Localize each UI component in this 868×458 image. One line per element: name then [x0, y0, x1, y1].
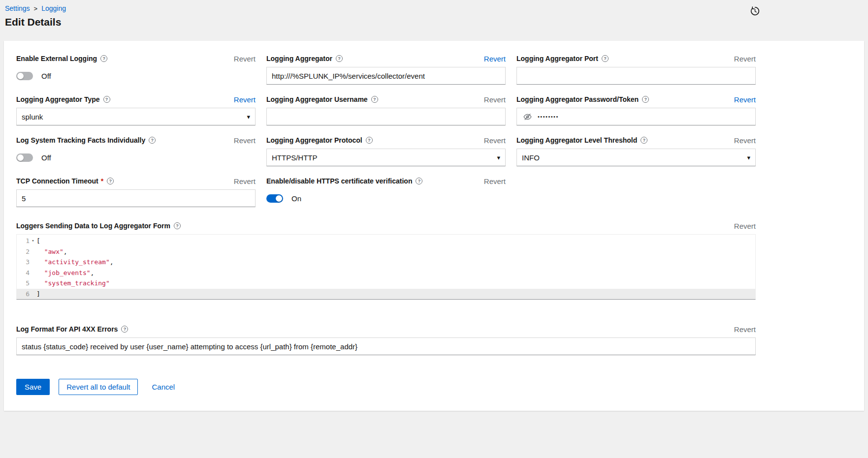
fold-caret-icon[interactable]: ▾ — [30, 236, 36, 246]
logging-aggregator-password-field: •••••••• — [516, 108, 756, 125]
chevron-down-icon: ▾ — [497, 154, 500, 161]
field-label: Log System Tracking Facts Individually — [16, 136, 145, 144]
help-icon[interactable]: ? — [416, 178, 422, 184]
toggle-state-label: On — [291, 194, 301, 203]
history-icon — [750, 6, 760, 16]
revert-button[interactable]: Revert — [734, 95, 756, 104]
eye-slash-icon — [523, 113, 532, 121]
help-icon[interactable]: ? — [103, 96, 110, 103]
revert-button[interactable]: Revert — [734, 55, 756, 63]
field-logging-aggregator-level-threshold: Logging Aggregator Level Threshold ? Rev… — [516, 135, 756, 166]
code-line: 2 "awx", — [17, 246, 755, 257]
password-reveal-button[interactable] — [517, 108, 538, 125]
revert-button[interactable]: Revert — [484, 177, 506, 185]
select-value: splunk — [22, 113, 43, 121]
enable-external-logging-toggle[interactable] — [16, 72, 33, 80]
breadcrumb: Settings > Logging — [5, 4, 862, 12]
help-icon[interactable]: ? — [602, 55, 609, 62]
field-label: Enable/disable HTTPS certificate verific… — [266, 177, 412, 185]
code-line-active: 6 ] — [17, 289, 755, 300]
help-icon[interactable]: ? — [336, 55, 343, 62]
log-format-api-4xx-input[interactable] — [16, 337, 756, 355]
logging-aggregator-port-input[interactable] — [516, 67, 756, 85]
settings-form: Enable External Logging ? Revert Off Log… — [16, 54, 852, 355]
revert-button[interactable]: Revert — [234, 55, 256, 63]
field-logging-aggregator-type: Logging Aggregator Type ? Revert splunk … — [16, 94, 256, 125]
toggle-knob — [276, 195, 282, 202]
field-loggers-sending-data: Loggers Sending Data to Log Aggregator F… — [16, 221, 756, 300]
logging-aggregator-input[interactable] — [266, 67, 506, 85]
field-label: Logging Aggregator Level Threshold — [516, 136, 637, 144]
code-line: 1▾ [ — [17, 236, 755, 246]
toggle-state-label: Off — [41, 153, 51, 162]
field-label: Logging Aggregator Password/Token — [516, 95, 639, 103]
field-logging-aggregator-password: Logging Aggregator Password/Token ? Reve… — [516, 94, 756, 125]
logging-aggregator-type-select[interactable]: splunk ▾ — [16, 108, 256, 125]
help-icon[interactable]: ? — [366, 137, 373, 144]
field-label: TCP Connection Timeout — [16, 177, 98, 185]
help-icon[interactable]: ? — [121, 326, 128, 333]
field-label: Enable External Logging — [16, 55, 97, 62]
revert-button[interactable]: Revert — [484, 136, 506, 145]
cancel-button[interactable]: Cancel — [152, 379, 175, 395]
password-masked-value: •••••••• — [538, 114, 559, 120]
edit-details-card: Enable External Logging ? Revert Off Log… — [4, 41, 864, 411]
revert-button[interactable]: Revert — [234, 177, 256, 185]
breadcrumb-logging-link[interactable]: Logging — [41, 4, 66, 12]
line-number: 1 — [17, 236, 30, 246]
revert-button[interactable]: Revert — [734, 136, 756, 145]
logging-aggregator-protocol-select[interactable]: HTTPS/HTTP ▾ — [266, 149, 506, 166]
toggle-knob — [17, 154, 24, 161]
help-icon[interactable]: ? — [100, 55, 107, 62]
chevron-down-icon: ▾ — [747, 154, 750, 161]
field-logging-aggregator-username: Logging Aggregator Username ? Revert — [266, 94, 506, 125]
field-logging-aggregator-protocol: Logging Aggregator Protocol ? Revert HTT… — [266, 135, 506, 166]
https-certificate-verification-toggle[interactable] — [266, 194, 283, 203]
field-label: Log Format For API 4XX Errors — [16, 325, 118, 333]
field-label: Logging Aggregator Username — [266, 95, 368, 103]
field-label: Logging Aggregator Type — [16, 95, 100, 103]
help-icon[interactable]: ? — [107, 178, 114, 184]
help-icon[interactable]: ? — [371, 96, 378, 103]
revert-button[interactable]: Revert — [234, 136, 256, 145]
breadcrumb-separator: > — [34, 5, 38, 12]
field-label: Logging Aggregator Protocol — [266, 136, 362, 144]
line-number: 3 — [17, 257, 30, 268]
line-number: 2 — [17, 246, 30, 257]
help-icon[interactable]: ? — [641, 137, 647, 144]
history-button[interactable] — [749, 5, 761, 17]
line-number: 6 — [17, 289, 30, 300]
save-button[interactable]: Save — [16, 379, 50, 395]
field-tcp-connection-timeout: TCP Connection Timeout * ? Revert — [16, 176, 256, 207]
code-line: 5 "system_tracking" — [17, 278, 755, 289]
field-logging-aggregator-port: Logging Aggregator Port ? Revert — [516, 54, 756, 85]
line-number: 4 — [17, 268, 30, 278]
required-asterisk: * — [101, 177, 103, 185]
logging-aggregator-username-input[interactable] — [266, 108, 506, 125]
revert-all-button[interactable]: Revert all to default — [59, 379, 138, 395]
breadcrumb-settings-link[interactable]: Settings — [5, 4, 30, 12]
logging-aggregator-level-select[interactable]: INFO ▾ — [516, 149, 756, 166]
field-logging-aggregator: Logging Aggregator ? Revert — [266, 54, 506, 85]
line-number: 5 — [17, 278, 30, 289]
log-system-tracking-toggle[interactable] — [16, 153, 33, 162]
field-label: Logging Aggregator Port — [516, 55, 598, 62]
field-label: Loggers Sending Data to Log Aggregator F… — [16, 222, 170, 230]
page-header: Settings > Logging Edit Details — [0, 0, 868, 28]
help-icon[interactable]: ? — [149, 137, 156, 144]
tcp-connection-timeout-input[interactable] — [16, 189, 256, 207]
toggle-knob — [17, 73, 24, 79]
help-icon[interactable]: ? — [642, 96, 649, 103]
help-icon[interactable]: ? — [174, 222, 181, 229]
revert-button[interactable]: Revert — [734, 325, 756, 334]
field-log-system-tracking-facts: Log System Tracking Facts Individually ?… — [16, 135, 256, 166]
code-line: 3 "activity_stream", — [17, 257, 755, 268]
field-enable-external-logging: Enable External Logging ? Revert Off — [16, 54, 256, 85]
revert-button[interactable]: Revert — [484, 95, 506, 104]
field-https-certificate-verification: Enable/disable HTTPS certificate verific… — [266, 176, 506, 207]
select-value: HTTPS/HTTP — [272, 153, 318, 162]
loggers-code-editor[interactable]: 1▾ [ 2 "awx", 3 "activity_stream", 4 "jo… — [16, 234, 756, 300]
revert-button[interactable]: Revert — [484, 55, 506, 63]
revert-button[interactable]: Revert — [234, 95, 256, 104]
revert-button[interactable]: Revert — [734, 222, 756, 230]
